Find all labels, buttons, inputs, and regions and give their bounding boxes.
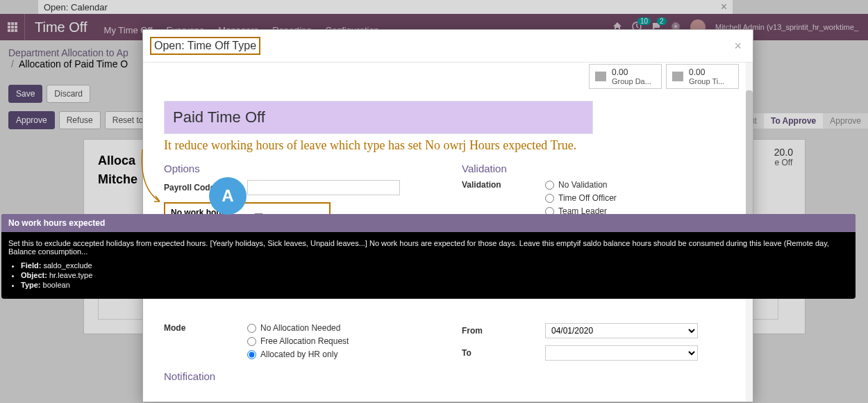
annotation-text: It reduce working hours of leave which t… (164, 138, 732, 153)
group-time-label: Group Ti... (689, 77, 724, 85)
archive-icon (672, 72, 683, 81)
calendar-open-label: Open: Calendar (44, 2, 108, 13)
breadcrumb-sep: / (11, 58, 14, 69)
apps-icon[interactable] (0, 14, 25, 40)
group-days-label: Group Da... (612, 77, 651, 85)
validation-heading: Validation (462, 163, 732, 174)
validation-opt-1-label: Time Off Officer (558, 193, 617, 203)
validation-label: Validation (462, 180, 545, 190)
svg-rect-5 (15, 26, 17, 28)
svg-rect-2 (15, 22, 17, 25)
validation-radio-officer[interactable]: Time Off Officer (545, 193, 617, 203)
svg-rect-6 (8, 29, 10, 32)
from-label: From (462, 326, 545, 336)
save-button[interactable]: Save (8, 85, 42, 103)
svg-rect-7 (11, 29, 14, 32)
modal-title: Open: Time Off Type (154, 40, 256, 51)
to-label: To (462, 348, 545, 358)
tt-object-key: Object: (21, 271, 47, 279)
tt-object-val: hr.leave.type (49, 271, 92, 279)
to-select[interactable] (545, 345, 698, 361)
field-tooltip: No work hours expected Set this to exclu… (1, 214, 856, 299)
group-time-value: 0.00 (689, 67, 724, 77)
close-icon[interactable]: × (721, 1, 727, 13)
archive-icon (595, 72, 606, 81)
status-bar: bmit To Approve Approve (734, 113, 868, 129)
remaining-value: 20.0 (774, 147, 793, 158)
group-time-button[interactable]: 0.00 Group Ti... (666, 64, 739, 89)
tt-field-key: Field: (21, 261, 41, 270)
close-icon[interactable]: × (734, 39, 742, 54)
modal-header: Open: Time Off Type × (143, 30, 753, 63)
mode-radio-hr-only[interactable]: Allocated by HR only (247, 349, 349, 359)
from-select[interactable]: 04/01/2020 (545, 323, 698, 338)
group-days-value: 0.00 (612, 67, 651, 77)
tt-type-val: boolean (43, 281, 70, 289)
mode-radio-free-request[interactable]: Free Allocation Request (247, 336, 349, 346)
status-to-approve[interactable]: To Approve (764, 113, 823, 129)
mode-opt-1-label: Free Allocation Request (260, 336, 349, 346)
calendar-open-strip: Open: Calendar × (38, 0, 733, 14)
remaining-label: e Off (774, 158, 792, 167)
mode-opt-0-label: No Allocation Needed (260, 323, 340, 333)
svg-rect-1 (11, 22, 14, 25)
discuss-badge: 2 (657, 17, 667, 25)
breadcrumb-current: Allocation of Paid Time O (19, 58, 128, 69)
mode-radio-no-allocation[interactable]: No Allocation Needed (247, 323, 349, 333)
breadcrumb-parent[interactable]: Department Allocation to Ap (8, 47, 128, 58)
svg-rect-8 (15, 29, 17, 32)
tooltip-description: Set this to exclude accepted holidays fr… (8, 239, 849, 256)
mode-label: Mode (164, 323, 247, 333)
approve-button[interactable]: Approve (8, 111, 55, 129)
group-days-button[interactable]: 0.00 Group Da... (589, 64, 662, 89)
discard-button[interactable]: Discard (47, 85, 90, 103)
refuse-button[interactable]: Refuse (59, 111, 101, 129)
tooltip-header: No work hours expected (1, 214, 856, 232)
svg-rect-3 (8, 26, 10, 28)
validation-opt-0-label: No Validation (558, 180, 608, 190)
mode-opt-2-label: Allocated by HR only (260, 349, 337, 359)
notification-heading: Notification (164, 370, 434, 382)
validation-radio-no-validation[interactable]: No Validation (545, 180, 617, 190)
options-heading: Options (164, 163, 434, 174)
annotation-circle-a: A (209, 177, 247, 215)
tt-type-key: Type: (21, 281, 41, 289)
svg-rect-4 (11, 26, 14, 28)
type-name-input[interactable] (164, 101, 593, 134)
status-approve[interactable]: Approve (823, 113, 868, 129)
tt-field-val: saldo_exclude (43, 261, 92, 270)
activities-badge: 10 (637, 17, 651, 25)
payroll-code-input[interactable] (247, 180, 400, 195)
remaining-days[interactable]: 20.0 e Off (774, 147, 793, 167)
svg-rect-0 (8, 22, 10, 25)
app-title[interactable]: Time Off (25, 19, 97, 35)
